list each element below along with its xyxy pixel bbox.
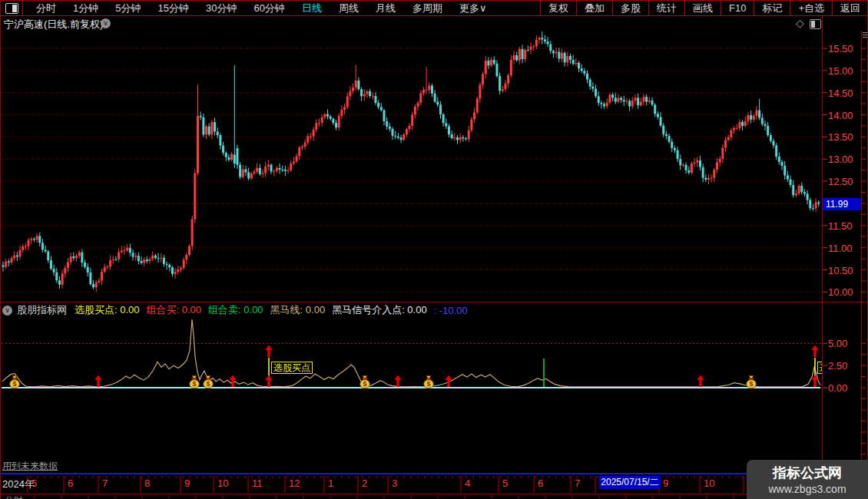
watermark-url: www.zbgs3.com: [747, 483, 868, 495]
indicator-panel[interactable]: 选股买点选股买点: [0, 302, 822, 474]
indicator-field-2: 组合卖: 0.00: [208, 303, 263, 317]
buy-signal-label-1: 选股买点: [817, 362, 822, 374]
indicator-field-1: 组合买: 0.00: [147, 303, 202, 317]
chevron-down-icon[interactable]: ∨: [2, 306, 12, 316]
indicator-field-4: 黑马信号介入点: 0.00: [332, 303, 427, 317]
future-data-warning: 用到未来数据: [2, 460, 58, 473]
buy-signal-label-0: 选股买点: [271, 362, 313, 374]
indicator-source-label: 股朋指标网: [17, 303, 67, 317]
watermark: 指标公式网 www.zbgs3.com: [747, 460, 868, 499]
app-root: $$$$$$ 分时1分钟5分钟15分钟30分钟60分钟日线周线月线多周期更多∨ …: [0, 0, 868, 499]
indicator-header: ∨ 股朋指标网 选股买点: 0.00组合买: 0.00组合卖: 0.00黑马线:…: [2, 303, 475, 317]
axis-menu-icon[interactable]: [863, 32, 867, 38]
indicator-field-5: : -10.00: [434, 305, 468, 316]
indicator-field-3: 黑马线: 0.00: [270, 303, 326, 317]
indicator-field-0: 选股买点: 0.00: [75, 303, 140, 317]
selected-date-badge: 2025/07/15/二: [599, 476, 661, 489]
watermark-title: 指标公式网: [747, 464, 868, 482]
last-price-badge: 11.99: [823, 198, 861, 210]
